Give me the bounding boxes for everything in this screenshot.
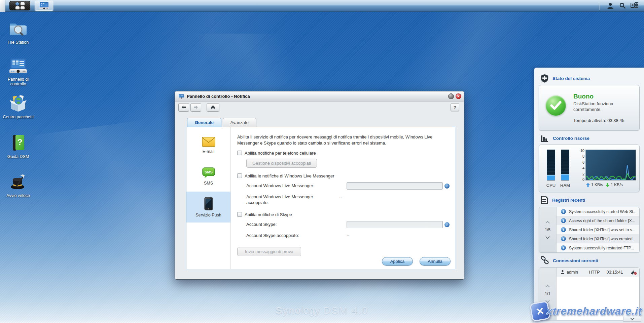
minimize-button[interactable] — [448, 93, 454, 99]
window-titlebar[interactable]: Pannello di controllo - Notifica ✕ — [175, 91, 464, 102]
checkbox-wlm-label: Abilita le notifiche di Windows Live Mes… — [245, 173, 334, 178]
status-description: DiskStation funziona correttamente. — [573, 101, 631, 113]
cancel-button[interactable]: Annulla — [420, 257, 451, 266]
home-button[interactable] — [207, 103, 219, 112]
resource-monitor-header: Controllo risorse — [540, 134, 640, 142]
main-menu-button[interactable] — [9, 1, 30, 10]
log-document-icon — [540, 196, 548, 204]
log-entry[interactable]: iSystem successfully started Web St... — [557, 207, 639, 216]
pilot-view-icon — [631, 2, 639, 9]
info-icon: i — [561, 209, 566, 214]
ram-gauge: RAM — [561, 150, 570, 192]
quick-start-icon — [9, 173, 28, 191]
manage-paired-devices-button[interactable]: Gestione dispositivi accoppiati — [246, 159, 317, 168]
tab-panel: E-mail SMS SMS — [186, 127, 455, 269]
bar-chart-icon — [540, 134, 549, 142]
current-connections-card: 1/1 admin HTTP 03:15:41 — [539, 267, 640, 320]
checkbox-wlm-notifications[interactable] — [237, 173, 242, 178]
window-title-icon — [178, 94, 184, 99]
log-entry[interactable]: iShared folder [XHTest] was set to s... — [557, 225, 639, 234]
current-connections-header: Connessioni correnti — [540, 256, 640, 265]
pilot-view-button[interactable] — [629, 1, 641, 11]
page-down-icon[interactable] — [545, 235, 550, 239]
system-status-header: Stato del sistema — [540, 74, 640, 83]
desktop-icon-control-panel[interactable]: Pannello di controllo — [2, 58, 34, 87]
tab-bar: Generale Avanzate — [187, 118, 256, 127]
shield-icon — [540, 74, 549, 83]
user-icon — [607, 2, 614, 9]
desktop-icon-dsm-help[interactable]: ? Guida DSM — [2, 134, 34, 159]
help-button[interactable]: ? — [451, 103, 459, 111]
email-icon — [202, 137, 215, 147]
log-entry[interactable]: iShared folder [XHTest] was created. — [557, 234, 639, 243]
info-icon: i — [561, 245, 566, 250]
checkbox-skype-notifications[interactable] — [237, 212, 242, 217]
taskbar-item-control-panel[interactable] — [35, 1, 53, 11]
panel-actions: Applica Annulla — [382, 257, 451, 266]
info-icon[interactable]: i — [444, 184, 450, 189]
desktop-icon-file-station[interactable]: File Station — [2, 20, 34, 45]
page-up-icon[interactable] — [545, 285, 550, 289]
list-item-email[interactable]: E-mail — [186, 130, 230, 161]
checkbox-mobile-label: Abilita notifiche per telefono cellulare — [245, 151, 316, 156]
system-status-card: Buono DiskStation funziona correttamente… — [539, 85, 640, 131]
svg-text:SMS: SMS — [205, 170, 213, 174]
widget-title: Stato del sistema — [552, 76, 590, 81]
network-legend: 1 KB/s 1 KB/s — [586, 183, 636, 187]
taskbar-divider — [599, 2, 600, 10]
desktop-icon-quick-start[interactable]: Avvio veloce — [2, 173, 34, 198]
svg-text:?: ? — [17, 137, 23, 147]
connection-user: admin — [567, 270, 578, 275]
tab-avanzate[interactable]: Avanzate — [223, 118, 256, 127]
connection-row[interactable]: admin HTTP 03:15:41 — [557, 268, 639, 277]
resource-monitor-card: CPU RAM 10 8 6 4 2 0 — [539, 145, 640, 192]
info-icon: i — [561, 218, 566, 223]
recent-logs-card: 1/5 iSystem successfully started Web St.… — [539, 207, 640, 253]
network-plot — [585, 150, 636, 180]
sms-icon: SMS — [202, 167, 215, 178]
list-item-push-service[interactable]: Servizio Push — [186, 192, 230, 223]
page-up-icon[interactable] — [545, 221, 550, 225]
log-entry[interactable]: iSystem successfully restarted FTP... — [557, 243, 639, 252]
chevron-down-icon — [630, 316, 635, 320]
skype-account-input[interactable] — [347, 221, 443, 228]
uptime-text: Tempo di attività: 03:38:45 — [573, 118, 631, 123]
forward-icon — [193, 105, 199, 109]
sidebar-collapse-button[interactable] — [623, 316, 641, 322]
window-navbar: ? — [175, 102, 464, 113]
close-button[interactable]: ✕ — [456, 93, 461, 99]
desktop-icon-package-center[interactable]: Centro pacchetti — [2, 95, 34, 119]
apply-button[interactable]: Applica — [382, 257, 413, 266]
disconnect-icon[interactable] — [631, 270, 637, 275]
intro-text: Abilita il servizio di notifica per rice… — [237, 134, 450, 146]
taskbar-right-area — [599, 0, 644, 11]
wlm-account-input[interactable] — [347, 182, 443, 190]
connection-protocol: HTTP — [589, 270, 600, 275]
recent-logs-header: Registri recenti — [540, 196, 640, 204]
checkbox-mobile-notifications[interactable] — [237, 151, 242, 155]
file-station-icon — [9, 20, 28, 38]
info-icon[interactable]: i — [444, 222, 450, 227]
notification-channel-list: E-mail SMS SMS — [186, 127, 231, 269]
network-graph: 10 8 6 4 2 0 1 KB/s 1 KB/s — [579, 150, 636, 192]
back-button[interactable] — [178, 103, 189, 112]
log-entry[interactable]: iAccess right of the shared folder [X... — [557, 216, 639, 225]
send-test-message-button[interactable]: Invia messaggio di prova — [237, 247, 301, 256]
network-y-axis: 10 8 6 4 2 0 — [579, 150, 585, 180]
page-down-icon[interactable] — [545, 298, 550, 303]
connections-page-indicator: 1/1 — [545, 291, 550, 296]
search-icon — [619, 2, 626, 9]
search-button[interactable] — [616, 1, 629, 11]
desktop-icon-label: Centro pacchetti — [2, 115, 34, 119]
user-menu-button[interactable] — [604, 1, 616, 11]
push-service-icon — [204, 197, 213, 210]
list-item-sms[interactable]: SMS SMS — [186, 161, 230, 192]
forward-button[interactable] — [190, 103, 201, 112]
tab-generale[interactable]: Generale — [187, 118, 221, 127]
widget-title: Connessioni correnti — [553, 258, 598, 263]
status-ok-icon — [546, 95, 566, 116]
list-item-label: SMS — [204, 181, 213, 186]
main-menu-icon — [15, 2, 25, 9]
window-title: Pannello di controllo - Notifica — [187, 94, 250, 99]
taskbar — [0, 0, 644, 12]
